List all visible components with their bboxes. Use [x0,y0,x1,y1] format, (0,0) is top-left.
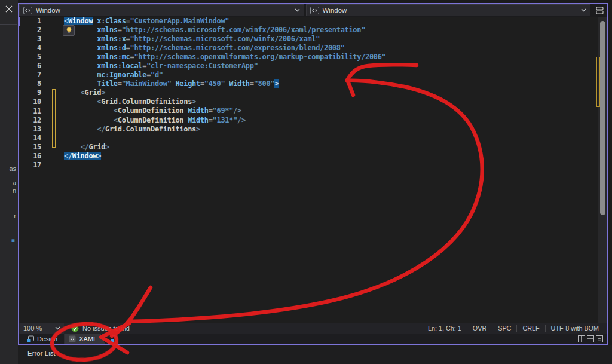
xaml-view-icon [69,335,76,342]
code-line[interactable] [64,161,386,170]
code-line[interactable]: xmlns:local="clr-namespace:CustomerApp" [64,62,386,71]
line-number: 16 [19,152,41,161]
line-number: 13 [19,125,41,134]
check-circle-icon [71,325,79,332]
document-split-icon [110,335,118,343]
code-line[interactable]: xmlns:d="http://schemas.microsoft.com/ex… [64,44,386,53]
issues-indicator: No issues found [71,325,130,332]
chevron-down-icon [581,8,586,12]
line-number: 4 [19,44,41,53]
vertical-split-icon [578,335,585,342]
whitespace-indicator: SPC [492,325,516,332]
line-number: 7 [19,71,41,79]
code-line[interactable]: </Window> [64,152,386,161]
line-number: 6 [19,62,41,71]
issues-text: No issues found [82,325,130,332]
line-number: 12 [19,116,41,125]
element-dropdown-right[interactable]: Window [306,4,591,16]
code-line[interactable]: <Grid> [64,88,386,97]
encoding-indicator: UTF-8 with BOM [546,325,604,332]
chevron-down-icon [55,326,60,330]
rail-divider [0,24,17,25]
element-dropdown-label: Window [323,7,582,14]
xaml-editor-pane: Window Window 1234567891011121314151617 [18,3,608,345]
code-line[interactable]: mc:Ignorable="d" [64,71,386,79]
line-number: 17 [19,161,41,170]
split-editor-button[interactable] [592,4,607,17]
left-tool-rail: as a n r ≡ [0,0,18,364]
line-number: 14 [19,134,41,143]
rail-text-fragment: a [13,179,16,186]
rail-text-fragment: as [9,165,16,172]
tab-design-label: Design [37,335,57,342]
vertical-split-button[interactable] [577,335,585,343]
rail-text-fragment: r [14,212,16,219]
overtype-indicator: OVR [467,325,492,332]
error-list-title: Error List [27,350,56,357]
error-list-panel: Error List [18,345,612,364]
code-line[interactable]: </Grid.ColumnDefinitions> [64,125,386,134]
line-number: 3 [19,35,41,44]
tab-xaml[interactable]: XAML [64,334,105,344]
code-line[interactable]: xmlns="http://schemas.microsoft.com/winf… [64,26,386,35]
code-line[interactable]: xmlns:x="http://schemas.microsoft.com/wi… [64,35,386,44]
line-number: 11 [19,107,41,116]
line-number: 8 [19,79,41,88]
tab-design[interactable]: Design [23,334,62,344]
zoom-level-value: 100 % [23,325,55,332]
code-line[interactable]: Title="MainWindow" Height="450" Width="8… [64,79,386,88]
code-line[interactable]: <Grid.ColumnDefinitions> [64,97,386,106]
code-line[interactable]: <Window x:Class="CustomerApp.MainWindow" [64,17,386,26]
designer-tab-strip: Design XAML [19,334,607,344]
line-number: 10 [19,97,41,106]
code-line[interactable]: <ColumnDefinition Width="131*"/> [64,116,386,125]
scrollbar-change-marker [596,57,600,107]
line-number: 15 [19,143,41,152]
design-view-icon [27,335,34,342]
line-number: 1 [19,17,41,26]
code-line[interactable]: <ColumnDefinition Width="69*"/> [64,106,386,115]
line-ending-indicator: CRLF [517,325,544,332]
code-line[interactable] [64,134,386,143]
code-editor[interactable]: 1234567891011121314151617 <Window x:Clas… [19,17,607,323]
swap-panes-button[interactable] [110,335,118,343]
line-col-indicator: Ln: 1, Ch: 1 [423,325,467,332]
editor-status-strip: 100 % No issues found Ln: 1, Ch: 1 OVR S… [19,323,607,334]
rail-menu-glyph: ≡ [11,237,15,244]
line-number: 2 [19,26,41,35]
horizontal-split-icon [587,335,594,342]
code-lines: <Window x:Class="CustomerApp.MainWindow"… [64,17,386,170]
rail-text-fragment: n [13,187,16,194]
element-dropdown-left[interactable]: Window [19,4,304,16]
zoom-level-dropdown[interactable]: 100 % [20,323,64,334]
collapse-pane-button[interactable] [595,335,603,343]
line-number: 9 [19,88,41,97]
close-icon[interactable] [5,5,13,13]
code-line[interactable]: </Grid> [64,143,386,152]
tab-xaml-label: XAML [79,335,97,342]
collapse-pane-icon [596,335,603,342]
chevron-down-icon [295,8,300,12]
status-right-segments: Ln: 1, Ch: 1 OVR SPC CRLF UTF-8 with BOM [423,323,607,334]
element-dropdown-label: Window [36,7,295,14]
change-tracking-bar [52,89,56,148]
scrollbar-thumb[interactable] [600,21,605,215]
xml-element-icon [310,7,319,14]
xml-element-icon [23,7,32,14]
pane-layout-buttons [577,335,607,343]
line-number: 5 [19,53,41,62]
split-window-icon [595,7,604,14]
horizontal-split-button[interactable] [586,335,594,343]
element-navigation-bar: Window Window [19,4,607,17]
code-line[interactable]: xmlns:mc="http://schemas.openxmlformats.… [64,53,386,62]
